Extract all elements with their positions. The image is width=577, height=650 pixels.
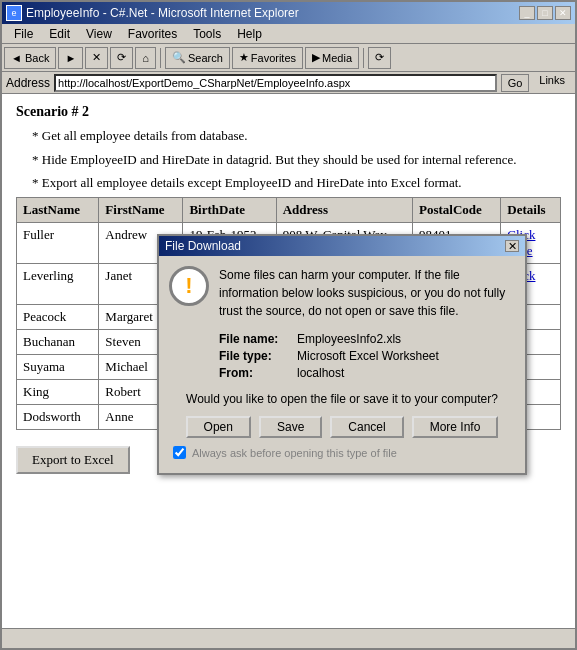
col-postalcode: PostalCode: [413, 197, 501, 222]
file-type-value: Microsoft Excel Worksheet: [297, 349, 439, 363]
dialog-body: ! Some files can harm your computer. If …: [159, 256, 525, 473]
col-lastname: LastName: [17, 197, 99, 222]
home-button[interactable]: ⌂: [135, 47, 156, 69]
maximize-button[interactable]: □: [537, 6, 553, 20]
cell-lastname: Peacock: [17, 304, 99, 329]
cell-lastname: King: [17, 379, 99, 404]
scenario-point-2: * Hide EmployeeID and HireDate in datagr…: [32, 150, 561, 170]
checkbox-row: Always ask before opening this type of f…: [169, 446, 515, 463]
menu-bar: File Edit View Favorites Tools Help: [2, 24, 575, 44]
dialog-question: Would you like to open the file or save …: [169, 392, 515, 406]
scenario-title: Scenario # 2: [16, 104, 561, 120]
browser-icon: e: [6, 5, 22, 21]
window-controls: _ □ ✕: [519, 6, 571, 20]
minimize-button[interactable]: _: [519, 6, 535, 20]
warning-row: ! Some files can harm your computer. If …: [169, 266, 515, 320]
menu-file[interactable]: File: [6, 25, 41, 43]
file-name-row: File name: EmployeesInfo2.xls: [219, 332, 515, 346]
window-title: EmployeeInfo - C#.Net - Microsoft Intern…: [26, 6, 519, 20]
save-button[interactable]: Save: [259, 416, 322, 438]
address-label: Address: [6, 76, 50, 90]
media-button[interactable]: ▶ Media: [305, 47, 359, 69]
links-button[interactable]: Links: [533, 74, 571, 92]
file-type-label: File type:: [219, 349, 289, 363]
menu-help[interactable]: Help: [229, 25, 270, 43]
file-name-value: EmployeesInfo2.xls: [297, 332, 401, 346]
back-button[interactable]: ◄ Back: [4, 47, 56, 69]
checkbox-label: Always ask before opening this type of f…: [192, 447, 397, 459]
search-button[interactable]: 🔍 Search: [165, 47, 230, 69]
always-ask-checkbox[interactable]: [173, 446, 186, 459]
dialog-title-text: File Download: [165, 239, 241, 253]
separator-1: [160, 48, 161, 68]
from-row: From: localhost: [219, 366, 515, 380]
toolbar: ◄ Back ► ✕ ⟳ ⌂ 🔍 Search ★ Favorites ▶ Me…: [2, 44, 575, 72]
cell-lastname: Leverling: [17, 263, 99, 304]
menu-view[interactable]: View: [78, 25, 120, 43]
address-input[interactable]: [54, 74, 497, 92]
forward-button[interactable]: ►: [58, 47, 83, 69]
dialog-close-button[interactable]: ✕: [505, 240, 519, 252]
file-details: File name: EmployeesInfo2.xls File type:…: [219, 332, 515, 380]
menu-tools[interactable]: Tools: [185, 25, 229, 43]
cancel-button[interactable]: Cancel: [330, 416, 403, 438]
media-icon: ▶: [312, 51, 320, 64]
file-type-row: File type: Microsoft Excel Worksheet: [219, 349, 515, 363]
export-to-excel-button[interactable]: Export to Excel: [16, 446, 130, 474]
search-icon: 🔍: [172, 51, 186, 64]
open-button[interactable]: Open: [186, 416, 251, 438]
go-button[interactable]: Go: [501, 74, 530, 92]
status-bar: [2, 628, 575, 648]
browser-window: e EmployeeInfo - C#.Net - Microsoft Inte…: [0, 0, 577, 650]
separator-2: [363, 48, 364, 68]
dialog-action-buttons: Open Save Cancel More Info: [169, 416, 515, 438]
col-firstname: FirstName: [99, 197, 183, 222]
cell-lastname: Buchanan: [17, 329, 99, 354]
refresh-button[interactable]: ⟳: [110, 47, 133, 69]
from-label: From:: [219, 366, 289, 380]
page-content: Scenario # 2 * Get all employee details …: [2, 94, 575, 628]
col-address: Address: [276, 197, 412, 222]
favorites-button[interactable]: ★ Favorites: [232, 47, 303, 69]
menu-edit[interactable]: Edit: [41, 25, 78, 43]
warning-icon: !: [169, 266, 209, 306]
scenario-point-3: * Export all employee details except Emp…: [32, 173, 561, 193]
col-details: Details: [501, 197, 561, 222]
menu-favorites[interactable]: Favorites: [120, 25, 185, 43]
more-info-button[interactable]: More Info: [412, 416, 499, 438]
star-icon: ★: [239, 51, 249, 64]
cell-lastname: Fuller: [17, 222, 99, 263]
history-button[interactable]: ⟳: [368, 47, 391, 69]
cell-lastname: Dodsworth: [17, 404, 99, 429]
scenario-point-1: * Get all employee details from database…: [32, 126, 561, 146]
cell-lastname: Suyama: [17, 354, 99, 379]
file-download-dialog: File Download ✕ ! Some files can harm yo…: [157, 234, 527, 475]
from-value: localhost: [297, 366, 344, 380]
title-bar: e EmployeeInfo - C#.Net - Microsoft Inte…: [2, 2, 575, 24]
col-birthdate: BirthDate: [183, 197, 276, 222]
file-name-label: File name:: [219, 332, 289, 346]
close-button[interactable]: ✕: [555, 6, 571, 20]
dialog-title-bar: File Download ✕: [159, 236, 525, 256]
stop-button[interactable]: ✕: [85, 47, 108, 69]
warning-text: Some files can harm your computer. If th…: [219, 266, 515, 320]
address-bar: Address Go Links: [2, 72, 575, 94]
